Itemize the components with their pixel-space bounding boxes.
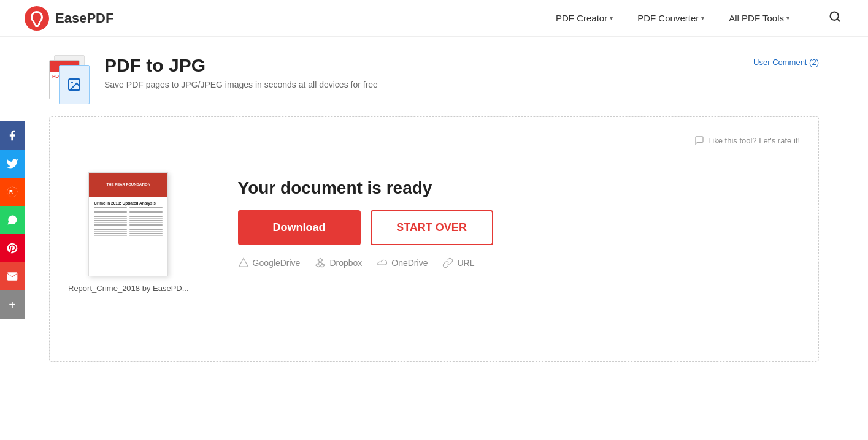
file-preview: THE PEAR FOUNDATION Crime in 2018: Updat… [68,172,189,293]
rate-link[interactable]: Like this tool? Let's rate it! [694,135,800,145]
page-header: PDF PDF to JPG Save PDF pages to JPG/JPE… [49,55,819,104]
rate-text: Like this tool? Let's rate it! [708,136,800,145]
doc-body: Crime in 2018: Updated Analysis [89,197,167,241]
chevron-down-icon: ▾ [786,15,789,21]
googledrive-option[interactable]: GoogleDrive [238,257,301,268]
onedrive-icon [377,257,388,268]
svg-text:R: R [9,189,13,195]
pinterest-share-button[interactable] [0,234,25,262]
nav-pdf-converter[interactable]: PDF Converter ▾ [637,13,704,23]
page-icon: PDF [49,55,92,104]
page-title-area: PDF to JPG Save PDF pages to JPG/JPEG im… [104,55,378,89]
doc-col-right [129,207,163,237]
search-button[interactable] [826,8,843,28]
dropbox-option[interactable]: Dropbox [315,257,362,268]
nav-all-pdf-tools[interactable]: All PDF Tools ▾ [729,13,789,23]
onedrive-label: OneDrive [391,258,428,268]
googledrive-icon [238,257,249,268]
jpg-page [59,65,90,104]
more-share-button[interactable]: + [0,290,25,319]
main-nav: PDF Creator ▾ PDF Converter ▾ All PDF To… [556,8,843,28]
actions-area: Your document is ready Download START OV… [238,172,800,268]
url-icon [442,257,453,268]
main-content: PDF PDF to JPG Save PDF pages to JPG/JPE… [0,37,868,380]
rate-bar: Like this tool? Let's rate it! [68,135,800,148]
doc-col-left [94,207,127,237]
nav-pdf-creator[interactable]: PDF Creator ▾ [556,13,613,23]
action-buttons: Download START OVER [238,210,800,245]
nav-all-pdf-tools-label: All PDF Tools [729,13,784,23]
logo[interactable]: EasePDF [25,6,113,31]
whatsapp-share-button[interactable] [0,206,25,234]
nav-pdf-creator-label: PDF Creator [556,13,607,23]
file-name: Report_Crime_2018 by EasePD... [68,284,189,293]
start-over-button[interactable]: START OVER [371,210,493,245]
svg-line-6 [837,19,840,21]
social-sidebar: R + [0,121,25,319]
chevron-down-icon: ▾ [701,15,704,21]
user-comment-link[interactable]: User Comment (2) [753,58,819,67]
header: EasePDF PDF Creator ▾ PDF Converter ▾ Al… [0,0,868,37]
doc-lines [94,207,163,237]
dropbox-icon [315,257,326,268]
svg-point-4 [35,25,39,27]
doc-title-text: Crime in 2018: Updated Analysis [94,201,163,205]
page-subtitle: Save PDF pages to JPG/JPEG images in sec… [104,80,378,89]
doc-header-bar-text: THE PEAR FOUNDATION [106,183,150,188]
twitter-share-button[interactable] [0,150,25,178]
cloud-options: GoogleDrive Dropbox OneDrive [238,257,800,268]
download-button[interactable]: Download [238,210,361,245]
doc-thumbnail: THE PEAR FOUNDATION Crime in 2018: Updat… [88,172,168,276]
url-option[interactable]: URL [442,257,474,268]
page-title: PDF to JPG [104,55,378,76]
ready-title: Your document is ready [238,178,800,198]
image-icon [67,77,82,92]
googledrive-label: GoogleDrive [253,258,301,268]
logo-text: EasePDF [55,10,113,26]
url-label: URL [457,258,474,268]
chevron-down-icon: ▾ [610,15,613,21]
svg-marker-9 [239,259,248,267]
content-area: THE PEAR FOUNDATION Crime in 2018: Updat… [68,160,800,305]
doc-header-bar: THE PEAR FOUNDATION [89,173,167,197]
reddit-share-button[interactable]: R [0,178,25,206]
onedrive-option[interactable]: OneDrive [377,257,428,268]
dropbox-label: Dropbox [329,258,362,268]
nav-pdf-converter-label: PDF Converter [637,13,699,23]
email-share-button[interactable] [0,262,25,290]
tool-card: Like this tool? Let's rate it! THE PEAR … [49,116,819,362]
comment-icon [694,135,704,145]
svg-point-8 [71,82,73,83]
facebook-share-button[interactable] [0,121,25,150]
